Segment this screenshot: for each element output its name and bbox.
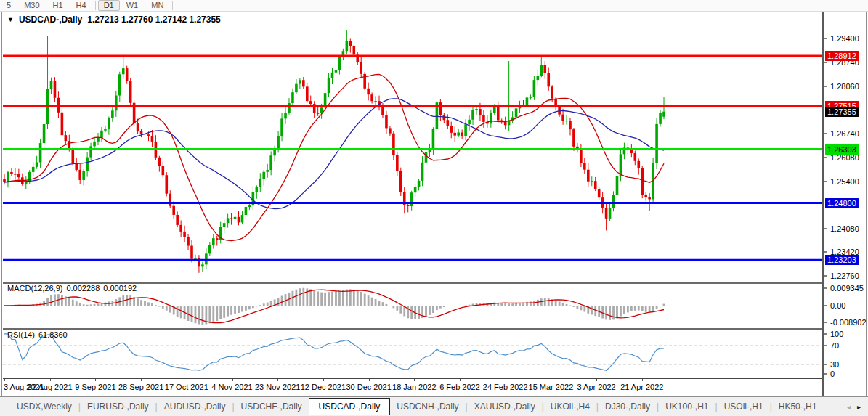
rsi-tick-mark xyxy=(824,334,827,335)
price-tick-mark xyxy=(824,38,827,39)
price-tick-label: 1.24080 xyxy=(830,224,859,233)
tab-usoil-h1[interactable]: USOil-,H1 xyxy=(718,399,770,414)
tab-audusd-daily[interactable]: AUDUSD-,Daily xyxy=(158,399,232,414)
date-tick-mark xyxy=(232,379,233,381)
timeframe-button-5[interactable]: 5 xyxy=(0,1,17,10)
timeframe-toolbar: 5M30H1H4D1W1MN xyxy=(0,0,868,12)
timeframe-button-d1[interactable]: D1 xyxy=(98,0,120,11)
rsi-label: RSI(14)61.8360 xyxy=(7,330,71,339)
date-tick-mark xyxy=(95,379,96,381)
date-label: 12 Dec 2021 xyxy=(301,383,346,391)
macd-tick-mark xyxy=(824,306,827,306)
date-tick-mark xyxy=(506,379,506,381)
date-label: 3 Apr 2022 xyxy=(577,383,615,391)
chart-tab-bar: USDX,Weekly|EURUSD-,Daily|AUDUSD-,Daily|… xyxy=(0,396,868,416)
price-tick-label: 1.25400 xyxy=(830,177,859,186)
date-tick-mark xyxy=(4,379,5,381)
price-tick-mark xyxy=(824,181,827,182)
date-label: 28 Sep 2021 xyxy=(118,383,163,391)
rsi-tick-mark xyxy=(824,374,827,375)
tab-hk50-h1[interactable]: HK50-,H1 xyxy=(772,399,824,414)
date-label: 6 Feb 2022 xyxy=(439,383,480,391)
toolbar-divider xyxy=(95,1,96,10)
rsi-panel-separator[interactable] xyxy=(3,328,822,330)
rsi-scale-label: 30 xyxy=(830,360,839,369)
price-tick-mark xyxy=(824,276,827,277)
price-tick-label: 1.22760 xyxy=(830,272,859,280)
date-axis[interactable]: 3 Aug 202122 Aug 20219 Sep 202128 Sep 20… xyxy=(3,379,822,396)
date-tick-mark xyxy=(50,379,51,381)
rsi-scale-label: 70 xyxy=(830,341,839,350)
chart-dropdown-icon[interactable]: ▼ xyxy=(7,16,14,23)
timeframe-button-m30[interactable]: M30 xyxy=(17,1,46,10)
price-axis[interactable]: 1.294001.287401.280601.267401.260801.254… xyxy=(822,12,868,396)
date-label: 9 Sep 2021 xyxy=(75,383,115,391)
tab-ukoil-h4[interactable]: UKOil-,H4 xyxy=(544,399,596,414)
level-price-badge: 1.28912 xyxy=(825,51,859,61)
price-tick-label: 1.29400 xyxy=(830,34,859,43)
date-tick-mark xyxy=(369,379,370,381)
timeframe-button-w1[interactable]: W1 xyxy=(120,1,145,10)
date-tick-mark xyxy=(141,379,142,381)
rsi-tick-mark xyxy=(824,346,827,346)
price-tick-label: 1.28060 xyxy=(830,82,859,91)
tab-usdcnh-daily[interactable]: USDCNH-,Daily xyxy=(390,399,465,414)
chart-title: ▼ USDCAD-,Daily 1.27213 1.27760 1.27142 … xyxy=(7,15,221,25)
macd-panel-separator[interactable] xyxy=(3,282,822,284)
chart-ohlc-values: 1.27213 1.27760 1.27142 1.27355 xyxy=(87,15,221,25)
rsi-value: 61.8360 xyxy=(38,330,68,339)
date-label: 23 Nov 2021 xyxy=(255,383,300,391)
macd-tick-mark xyxy=(824,288,827,289)
date-label: 4 Nov 2021 xyxy=(211,383,252,391)
macd-signal-value: 0.000192 xyxy=(103,284,137,293)
date-label: 22 Aug 2021 xyxy=(28,383,73,391)
price-tick-mark xyxy=(824,62,827,62)
date-axis-separator xyxy=(3,378,822,379)
date-label: 17 Oct 2021 xyxy=(165,383,208,391)
price-tick-mark xyxy=(824,86,827,86)
tab-usdcad-daily[interactable]: USDCAD-,Daily xyxy=(309,398,391,415)
date-tick-mark xyxy=(642,379,643,381)
date-tick-mark xyxy=(277,379,278,381)
toolbar-divider xyxy=(172,1,173,10)
tab-scroll-left-icon[interactable]: ◂ xyxy=(847,403,851,411)
tab-dj30-daily[interactable]: DJ30-,Daily xyxy=(599,399,657,414)
tab-usdchf-daily[interactable]: USDCHF-,Daily xyxy=(235,399,309,414)
price-chart-plot[interactable] xyxy=(3,12,822,378)
date-tick-mark xyxy=(460,379,461,381)
rsi-scale-label: 0 xyxy=(830,370,835,378)
chart-symbol-label: USDCAD-,Daily xyxy=(19,15,82,25)
rsi-tick-mark xyxy=(824,364,827,365)
tab-eurusd-daily[interactable]: EURUSD-,Daily xyxy=(81,399,155,414)
date-tick-mark xyxy=(187,379,187,381)
price-tick-mark xyxy=(824,252,827,253)
macd-scale-label: -0.008902 xyxy=(830,318,867,327)
tab-usdx-weekly[interactable]: USDX,Weekly xyxy=(10,399,78,414)
macd-scale-label: 0.009345 xyxy=(830,284,864,293)
date-tick-mark xyxy=(323,379,324,381)
date-tick-mark xyxy=(596,379,597,381)
macd-main-value: 0.002288 xyxy=(66,284,100,293)
date-label: 24 Feb 2022 xyxy=(483,383,528,391)
macd-tick-mark xyxy=(824,322,827,323)
current-price-badge: 1.27355 xyxy=(825,107,859,117)
timeframe-button-h1[interactable]: H1 xyxy=(46,1,70,10)
timeframe-button-mn[interactable]: MN xyxy=(145,1,170,10)
date-label: 18 Jan 2022 xyxy=(392,383,437,391)
price-tick-label: 1.26740 xyxy=(830,129,859,138)
price-tick-mark xyxy=(824,228,827,229)
tab-scroll-arrows: ◂▸ xyxy=(847,403,868,411)
tab-xauusd-daily[interactable]: XAUUSD-,Daily xyxy=(468,399,542,414)
timeframe-button-h4[interactable]: H4 xyxy=(70,1,93,10)
macd-name: MACD(12,26,9) xyxy=(7,284,62,293)
price-tick-mark xyxy=(824,157,827,158)
rsi-name: RSI(14) xyxy=(7,330,35,339)
date-label: 30 Dec 2021 xyxy=(346,383,391,391)
date-tick-mark xyxy=(414,379,415,381)
date-label: 15 Mar 2022 xyxy=(529,383,574,391)
tab-scroll-right-icon[interactable]: ▸ xyxy=(857,403,861,411)
macd-label: MACD(12,26,9)0.0022880.000192 xyxy=(7,284,140,293)
tab-uk100-h1[interactable]: UK100-,H1 xyxy=(659,399,715,414)
price-tick-mark xyxy=(824,133,827,134)
metatrader-screen: 5M30H1H4D1W1MN ▼ USDCAD-,Daily 1.27213 1… xyxy=(0,0,868,416)
